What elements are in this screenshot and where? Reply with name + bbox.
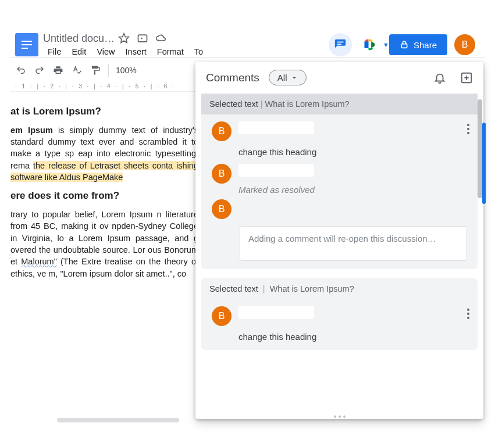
account-avatar[interactable]: B <box>454 34 475 55</box>
doc-text: em Ipsum <box>10 126 53 135</box>
svg-rect-4 <box>401 44 407 48</box>
selected-text: What is Lorem Ipsum? <box>270 284 354 293</box>
svg-rect-3 <box>337 44 341 45</box>
more-options-icon[interactable] <box>467 309 469 319</box>
comment-item[interactable]: B change this heading <box>201 114 478 157</box>
header-left: Untitled docu… File Edit View I <box>43 33 208 58</box>
resolved-label: Marked as resolved <box>238 185 467 195</box>
svg-rect-2 <box>337 42 343 43</box>
comment-author-placeholder <box>238 306 314 319</box>
docs-logo-icon[interactable] <box>15 33 38 56</box>
menubar: File Edit View Insert Format To <box>43 46 208 58</box>
comment-author-placeholder <box>238 121 314 134</box>
selected-label: Selected text <box>209 99 258 109</box>
comment-avatar: B <box>212 199 232 219</box>
selected-label: Selected text <box>209 284 258 293</box>
horizontal-scrollbar[interactable] <box>57 418 179 422</box>
svg-marker-0 <box>119 34 129 43</box>
filter-label: All <box>277 73 287 83</box>
comments-scroll-area[interactable]: Selected text|What is Lorem Ipsum? B cha… <box>195 94 483 419</box>
vertical-scrollbar[interactable] <box>478 99 482 198</box>
menu-tools[interactable]: To <box>190 46 208 58</box>
zoom-level[interactable]: 100% <box>116 66 137 75</box>
open-comments-button[interactable] <box>329 33 352 56</box>
menu-edit[interactable]: Edit <box>67 46 91 58</box>
menu-file[interactable]: File <box>43 46 66 58</box>
selected-text-bar: Selected text | What is Lorem Ipsum? <box>201 278 478 299</box>
doc-paragraph-1[interactable]: em Ipsum is simply dummy text of industr… <box>10 124 198 183</box>
cloud-saved-icon[interactable] <box>155 33 167 44</box>
menu-format[interactable]: Format <box>152 46 188 58</box>
share-button[interactable]: Share <box>389 34 447 55</box>
comment-item[interactable]: B Marked as resolved <box>201 157 478 195</box>
share-label: Share <box>414 40 437 50</box>
comment-thread: Selected text|What is Lorem Ipsum? B cha… <box>201 94 478 269</box>
reply-input[interactable]: Adding a comment will re-open this discu… <box>240 226 467 261</box>
paint-format-icon[interactable] <box>90 64 101 76</box>
document-body[interactable]: at is Lorem Ipsum? em Ipsum is simply du… <box>10 92 198 283</box>
menu-view[interactable]: View <box>92 46 119 58</box>
print-icon[interactable] <box>52 64 64 76</box>
redo-icon[interactable] <box>34 64 45 76</box>
comment-author-placeholder <box>238 164 314 177</box>
reply-row: B <box>201 195 478 219</box>
selected-text-bar: Selected text|What is Lorem Ipsum? <box>201 94 478 114</box>
panel-drag-handle[interactable] <box>334 415 346 418</box>
add-comment-icon[interactable] <box>460 71 473 84</box>
spellcheck-icon[interactable] <box>71 64 83 76</box>
comments-panel-header: Comments All <box>195 62 483 94</box>
selected-text: What is Lorem Ipsum? <box>265 99 350 109</box>
comment-thread: Selected text | What is Lorem Ipsum? B c… <box>201 278 478 350</box>
comment-avatar: B <box>212 306 232 326</box>
comment-avatar: B <box>212 164 232 184</box>
comments-panel-title: Comments <box>206 71 259 84</box>
menu-insert[interactable]: Insert <box>121 46 151 58</box>
chevron-down-icon[interactable]: ▼ <box>383 41 389 48</box>
document-title[interactable]: Untitled docu… <box>43 33 115 45</box>
meet-button[interactable]: ▼ <box>359 33 382 56</box>
undo-icon[interactable] <box>15 64 27 76</box>
chevron-down-icon <box>291 74 298 81</box>
right-accent-bar <box>482 123 486 204</box>
notifications-icon[interactable] <box>433 71 446 84</box>
highlighted-text: the release of Letraset sheets conta <box>33 161 173 170</box>
comments-panel: Comments All Selected text|What is Lorem… <box>195 62 483 419</box>
comment-text: change this heading <box>238 147 467 157</box>
comment-item[interactable]: B change this heading <box>201 299 478 342</box>
titlebar: Untitled docu… File Edit View I <box>10 30 485 58</box>
star-icon[interactable] <box>118 33 130 44</box>
doc-heading-2[interactable]: ere does it come from? <box>10 189 198 203</box>
move-icon[interactable] <box>137 33 148 44</box>
comment-avatar: B <box>212 121 232 141</box>
doc-heading-1[interactable]: at is Lorem Ipsum? <box>10 105 198 119</box>
comment-text: change this heading <box>238 332 467 342</box>
comments-filter-chip[interactable]: All <box>269 70 307 85</box>
doc-paragraph-2[interactable]: trary to popular belief, Lorem Ipsum n l… <box>10 209 198 279</box>
header-right: ▼ Share B <box>329 33 480 56</box>
spelling-underline: Malorum" <box>21 257 57 266</box>
more-options-icon[interactable] <box>467 124 469 134</box>
app-window: Untitled docu… File Edit View I <box>10 30 485 425</box>
